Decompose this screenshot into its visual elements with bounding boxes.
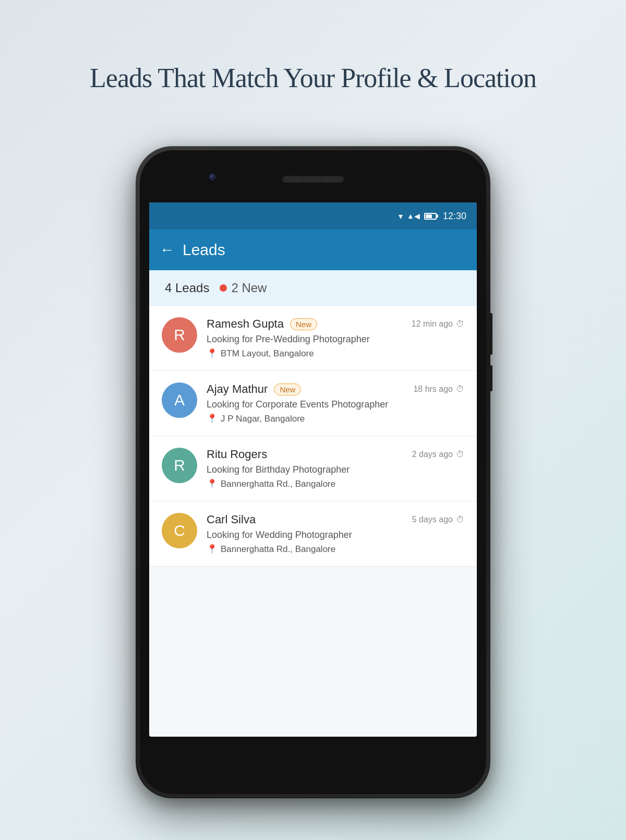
speaker-grill [282,175,344,183]
location-text: BTM Layout, Bangalore [221,349,314,359]
phone-shell: ▾ ▲◀ 12:30 ← Leads [136,146,490,798]
status-icons: ▾ ▲◀ 12:30 [399,211,466,222]
battery-icon [424,213,437,220]
location-pin-icon: 📍 [207,413,218,424]
red-dot-icon [220,284,227,292]
lead-description: Looking for Corporate Events Photographe… [207,399,464,410]
app-toolbar: ← Leads [149,230,477,270]
leads-total-count: 4 Leads [165,281,209,295]
lead-name-row: Ritu Rogers [207,448,267,461]
clock-icon: ⏱ [456,450,464,459]
lead-name: Ajay Mathur [207,382,268,396]
back-button[interactable]: ← [160,242,174,258]
lead-name-row: Ramesh Gupta New [207,317,317,331]
lead-time: 18 hrs ago ⏱ [413,385,464,394]
page-title: Leads That Match Your Profile & Location [0,63,626,93]
time-text: 2 days ago [412,450,453,459]
location-pin-icon: 📍 [207,544,218,555]
lead-item[interactable]: C Carl Silva 5 days ago ⏱ Looking for We… [149,501,477,567]
lead-location: 📍 Bannerghatta Rd., Bangalore [207,544,464,555]
location-text: Bannerghatta Rd., Bangalore [221,544,335,555]
lead-location: 📍 BTM Layout, Bangalore [207,348,464,359]
lead-item[interactable]: R Ramesh Gupta New 12 min ago ⏱ Looking … [149,306,477,371]
lead-content: Ramesh Gupta New 12 min ago ⏱ Looking fo… [207,317,464,359]
lead-content: Ritu Rogers 2 days ago ⏱ Looking for Bir… [207,448,464,489]
lead-avatar: C [162,513,197,548]
lead-item[interactable]: R Ritu Rogers 2 days ago ⏱ Looking for B… [149,436,477,501]
lead-content: Ajay Mathur New 18 hrs ago ⏱ Looking for… [207,382,464,424]
lead-name-row: Carl Silva [207,513,256,526]
lead-avatar: R [162,317,197,353]
lead-name-row: Ajay Mathur New [207,382,301,396]
lead-name: Carl Silva [207,513,256,526]
new-tag: New [290,318,317,330]
battery-fill [426,214,432,218]
location-pin-icon: 📍 [207,348,218,359]
lead-content: Carl Silva 5 days ago ⏱ Looking for Wedd… [207,513,464,555]
phone-bezel: ▾ ▲◀ 12:30 ← Leads [140,150,486,794]
lead-avatar: R [162,448,197,483]
clock-icon: ⏱ [456,385,464,394]
lead-name: Ritu Rogers [207,448,267,461]
location-text: J P Nagar, Bangalore [221,414,305,424]
summary-bar: 4 Leads 2 New [149,270,477,306]
lead-item[interactable]: A Ajay Mathur New 18 hrs ago ⏱ Looking f… [149,371,477,436]
phone-device: ▾ ▲◀ 12:30 ← Leads [136,146,490,798]
wifi-icon: ▾ [399,211,403,221]
lead-list: R Ramesh Gupta New 12 min ago ⏱ Looking … [149,306,477,567]
clock-icon: ⏱ [456,319,464,329]
lead-header: Ritu Rogers 2 days ago ⏱ [207,448,464,461]
new-leads-count: 2 New [231,281,267,295]
lead-header: Ajay Mathur New 18 hrs ago ⏱ [207,382,464,396]
lead-description: Looking for Pre-Wedding Photographer [207,334,464,345]
location-pin-icon: 📍 [207,478,218,489]
time-text: 12 min ago [412,319,453,329]
lead-header: Carl Silva 5 days ago ⏱ [207,513,464,526]
lead-header: Ramesh Gupta New 12 min ago ⏱ [207,317,464,331]
signal-icon: ▲◀ [407,212,420,220]
phone-screen: ▾ ▲◀ 12:30 ← Leads [149,202,477,737]
status-time: 12:30 [443,211,466,222]
lead-name: Ramesh Gupta [207,317,284,331]
clock-icon: ⏱ [456,515,464,524]
lead-time: 2 days ago ⏱ [412,450,464,459]
lead-description: Looking for Birthday Photographer [207,464,464,475]
lead-location: 📍 Bannerghatta Rd., Bangalore [207,478,464,489]
time-text: 5 days ago [412,515,453,524]
front-camera [208,172,217,182]
lead-location: 📍 J P Nagar, Bangalore [207,413,464,424]
new-leads-indicator: 2 New [220,281,267,295]
location-text: Bannerghatta Rd., Bangalore [221,479,335,489]
lead-time: 12 min ago ⏱ [412,319,464,329]
toolbar-title: Leads [183,241,225,259]
new-tag: New [274,383,301,395]
lead-description: Looking for Wedding Photographer [207,530,464,541]
lead-time: 5 days ago ⏱ [412,515,464,524]
time-text: 18 hrs ago [413,385,453,394]
lead-avatar: A [162,382,197,418]
status-bar: ▾ ▲◀ 12:30 [149,202,477,230]
